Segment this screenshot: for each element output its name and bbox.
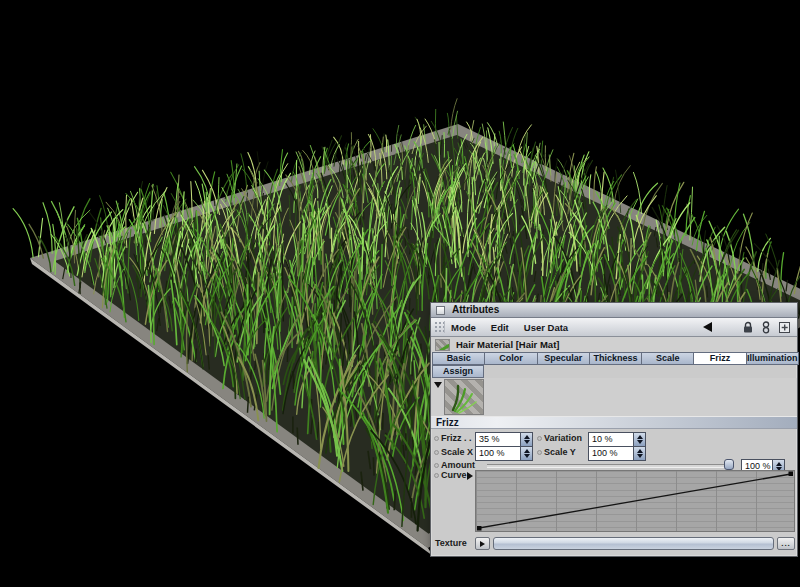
- frizz-input[interactable]: 35 %: [476, 433, 520, 446]
- scale-x-input[interactable]: 100 %: [476, 447, 520, 460]
- add-panel-icon[interactable]: [779, 322, 790, 333]
- frizz-field: 35 %: [475, 432, 533, 447]
- stepper-up-icon: [637, 449, 643, 453]
- stepper-up-icon: [524, 435, 530, 439]
- stepper-up-icon: [776, 462, 782, 466]
- panel-menubar: Mode Edit User Data: [431, 318, 797, 337]
- panel-titlebar[interactable]: Attributes: [431, 303, 797, 318]
- anim-dot-scale-y[interactable]: [537, 450, 542, 455]
- stepper-up-icon: [524, 449, 530, 453]
- stepper-up-icon: [637, 435, 643, 439]
- scale-x-field: 100 %: [475, 446, 533, 461]
- variation-field: 10 %: [588, 432, 646, 447]
- panel-grip-icon[interactable]: [434, 321, 445, 333]
- scale-x-label: Scale X: [441, 446, 473, 459]
- window-widget-icon[interactable]: [436, 306, 445, 315]
- curve-label: Curve: [441, 469, 467, 482]
- variation-input[interactable]: 10 %: [589, 433, 633, 446]
- scale-y-field: 100 %: [588, 446, 646, 461]
- menu-user-data[interactable]: User Data: [524, 322, 568, 333]
- stepper-down-icon: [637, 440, 643, 444]
- menu-edit[interactable]: Edit: [491, 322, 509, 333]
- curve-graph[interactable]: [475, 470, 795, 532]
- menu-mode[interactable]: Mode: [451, 322, 476, 333]
- hair-strands-icon: [445, 380, 483, 414]
- attributes-panel: Attributes Mode Edit User Data: [430, 302, 798, 557]
- stepper-down-icon: [637, 454, 643, 458]
- tab-bar-row2: Assign: [432, 365, 798, 378]
- tab-specular[interactable]: Specular: [537, 352, 590, 365]
- anim-dot-curve[interactable]: [434, 473, 439, 478]
- tab-basic[interactable]: Basic: [432, 352, 485, 365]
- curve-expand-icon[interactable]: [467, 472, 473, 480]
- amount-slider-thumb[interactable]: [724, 459, 734, 470]
- variation-label: Variation: [544, 432, 582, 445]
- stepper-down-icon: [524, 454, 530, 458]
- amount-slider-track[interactable]: [487, 464, 733, 468]
- collapse-triangle-icon[interactable]: [434, 382, 442, 388]
- scale-x-stepper[interactable]: [520, 447, 532, 460]
- tab-scale[interactable]: Scale: [641, 352, 694, 365]
- material-preview-thumbnail[interactable]: [444, 379, 484, 415]
- curve-spline: [476, 471, 794, 531]
- frizz-label: Frizz . .: [441, 432, 472, 445]
- scale-y-label: Scale Y: [544, 446, 576, 459]
- tab-color[interactable]: Color: [484, 352, 537, 365]
- material-name: Hair Material [Hair Mat]: [456, 339, 559, 350]
- frizz-stepper[interactable]: [520, 433, 532, 446]
- texture-input[interactable]: [493, 537, 774, 550]
- tab-bar-row1: Basic Color Specular Thickness Scale Fri…: [432, 352, 798, 365]
- anim-dot-variation[interactable]: [537, 436, 542, 441]
- tab-assign[interactable]: Assign: [432, 365, 484, 378]
- material-row[interactable]: Hair Material [Hair Mat]: [431, 337, 797, 352]
- scale-y-input[interactable]: 100 %: [589, 447, 633, 460]
- material-swatch-icon: [435, 339, 450, 351]
- variation-stepper[interactable]: [633, 433, 645, 446]
- texture-expand-button[interactable]: [475, 537, 490, 550]
- panel-title: Attributes: [452, 303, 499, 317]
- right-triangle-icon: [480, 541, 485, 547]
- chain-link-icon[interactable]: [762, 321, 770, 334]
- anim-dot-amount[interactable]: [434, 463, 439, 468]
- tab-frizz[interactable]: Frizz: [693, 352, 746, 365]
- lock-icon[interactable]: [743, 321, 753, 333]
- scale-y-stepper[interactable]: [633, 447, 645, 460]
- section-header: Frizz: [431, 416, 797, 429]
- texture-browse-button[interactable]: ...: [777, 537, 795, 550]
- tab-thickness[interactable]: Thickness: [589, 352, 642, 365]
- stepper-down-icon: [524, 440, 530, 444]
- tab-illumination[interactable]: Illumination: [746, 352, 799, 365]
- texture-label: Texture: [435, 537, 467, 550]
- application-window: Attributes Mode Edit User Data: [0, 0, 800, 587]
- anim-dot-frizz[interactable]: [434, 436, 439, 441]
- material-preview-area: [431, 378, 797, 416]
- anim-dot-scale-x[interactable]: [434, 450, 439, 455]
- back-arrow-icon[interactable]: [703, 322, 712, 332]
- menubar-icons: [703, 321, 797, 334]
